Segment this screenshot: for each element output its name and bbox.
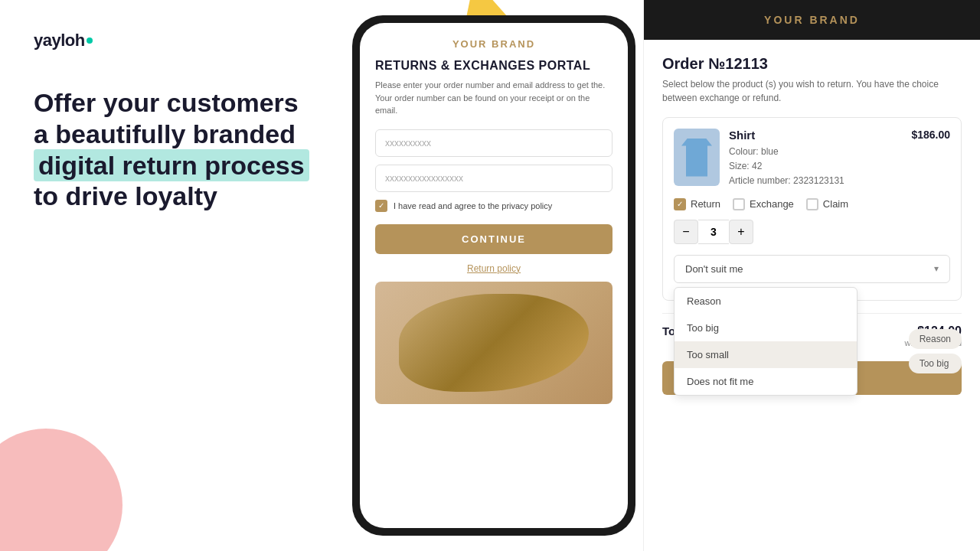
dropdown-menu: Reason Too big Too small Does not fit me: [674, 287, 858, 396]
product-image: [674, 129, 720, 186]
reason-pills-area: Reason Too big: [909, 329, 962, 373]
exchange-option[interactable]: Exchange: [733, 198, 794, 210]
order-number-input[interactable]: xxxxxxxxxx: [375, 129, 612, 157]
clothes-pile-decoration: [399, 294, 589, 392]
right-panel: YOUR BRAND Order №12113 Select below the…: [643, 0, 980, 551]
privacy-checkbox-row: I have read and agree to the privacy pol…: [375, 200, 612, 212]
order-number: Order №12113: [662, 55, 962, 73]
dropdown-selected-value: Don't suit me: [685, 263, 743, 275]
quantity-decrease-button[interactable]: −: [674, 220, 698, 244]
dropdown-item-reason[interactable]: Reason: [675, 288, 857, 315]
product-price: $186.00: [911, 129, 950, 141]
product-name: Shirt: [729, 129, 902, 142]
right-brand-header: YOUR BRAND: [644, 0, 980, 40]
portal-description: Please enter your order number and email…: [360, 79, 628, 129]
product-card: Shirt Colour: blue Size: 42 Article numb…: [662, 117, 962, 301]
portal-title: RETURNS & EXCHANGES PORTAL: [360, 59, 628, 79]
quantity-row: − 3 +: [674, 220, 950, 244]
claim-option[interactable]: Claim: [806, 198, 848, 210]
headline-line1: Offer your customers: [34, 88, 299, 117]
dropdown-item-does-not-fit[interactable]: Does not fit me: [675, 368, 857, 395]
decorative-circle: [0, 429, 122, 551]
privacy-checkbox[interactable]: [375, 200, 387, 212]
product-article: Article number: 2323123131: [729, 174, 902, 188]
exchange-checkbox[interactable]: [733, 198, 745, 210]
return-checkbox[interactable]: [674, 198, 686, 210]
claim-label: Claim: [823, 198, 848, 210]
phone-continue-button[interactable]: CONTINUE: [375, 224, 612, 254]
phone-mockup: YOUR BRAND RETURNS & EXCHANGES PORTAL Pl…: [352, 15, 635, 536]
logo-text: yayloh: [34, 31, 85, 51]
privacy-label: I have read and agree to the privacy pol…: [394, 201, 552, 210]
right-body: Order №12113 Select below the product (s…: [644, 40, 980, 410]
dropdown-item-too-big[interactable]: Too big: [675, 315, 857, 341]
logo: yayloh: [34, 31, 318, 51]
headline-line2: a beautifully branded: [34, 119, 296, 148]
reason-dropdown[interactable]: Don't suit me ▾: [674, 255, 950, 283]
dropdown-arrow-icon: ▾: [934, 263, 939, 274]
shirt-icon: [681, 139, 712, 177]
product-row: Shirt Colour: blue Size: 42 Article numb…: [674, 129, 950, 189]
order-description: Select below the product (s) you wish to…: [662, 77, 962, 105]
phone-brand: YOUR BRAND: [360, 23, 628, 59]
phone-return-policy-link[interactable]: Return policy: [360, 263, 628, 274]
product-info: Shirt Colour: blue Size: 42 Article numb…: [729, 129, 902, 189]
headline-line3: to drive loyalty: [34, 181, 217, 210]
return-options-row: Return Exchange Claim: [674, 198, 950, 210]
clothes-visual: [375, 282, 612, 404]
logo-dot: [87, 37, 93, 44]
phone-clothes-image: [375, 282, 612, 404]
quantity-increase-button[interactable]: +: [729, 220, 753, 244]
headline: Offer your customers a beautifully brand…: [34, 87, 318, 212]
reason-dropdown-container: Don't suit me ▾ Reason Too big Too small…: [674, 255, 950, 283]
product-colour: Colour: blue: [729, 145, 902, 159]
reason-pill-too-big: Too big: [909, 354, 962, 373]
claim-checkbox[interactable]: [806, 198, 818, 210]
dropdown-item-too-small[interactable]: Too small: [675, 341, 857, 368]
headline-highlight: digital return process: [34, 149, 309, 181]
exchange-label: Exchange: [750, 198, 794, 210]
quantity-value: 3: [698, 220, 729, 244]
product-size: Size: 42: [729, 159, 902, 174]
return-label: Return: [691, 198, 720, 210]
email-input[interactable]: xxxxxxxxxxxxxxxxx: [375, 165, 612, 192]
return-option[interactable]: Return: [674, 198, 720, 210]
phone-screen: YOUR BRAND RETURNS & EXCHANGES PORTAL Pl…: [360, 23, 628, 528]
left-section: yayloh Offer your customers a beautifull…: [0, 0, 352, 551]
reason-pill-reason: Reason: [909, 329, 962, 349]
